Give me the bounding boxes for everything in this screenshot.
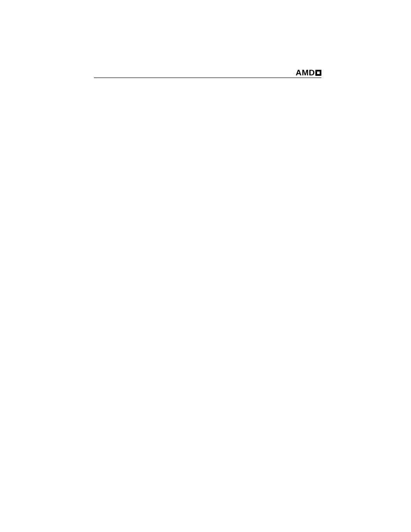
page-header: AMD	[94, 70, 321, 80]
page-container: AMD	[0, 0, 411, 532]
header-divider	[94, 78, 321, 78]
logo-text: AMD	[296, 68, 315, 78]
amd-arrow-icon	[315, 68, 321, 78]
amd-logo: AMD	[296, 68, 321, 78]
